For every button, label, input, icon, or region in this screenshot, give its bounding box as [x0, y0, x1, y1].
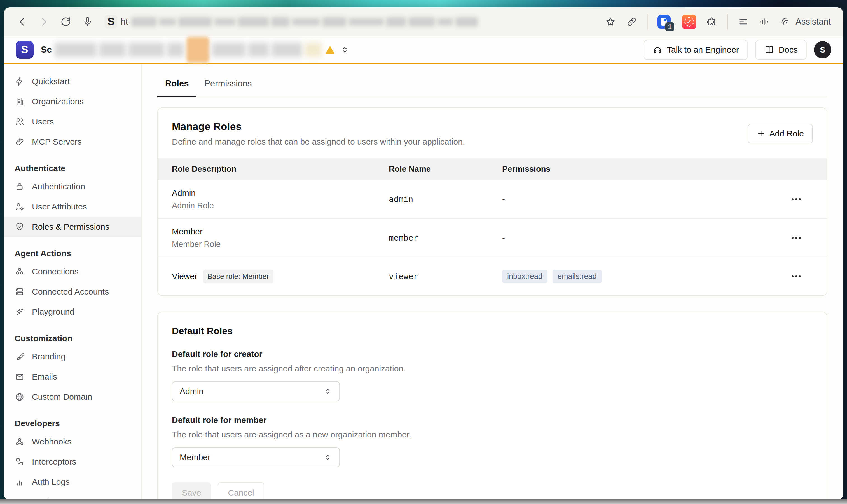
voice-search-button[interactable]	[82, 16, 93, 28]
role-permissions: -	[502, 194, 779, 204]
talk-to-engineer-label: Talk to an Engineer	[667, 45, 739, 55]
sidebar-item-authentication[interactable]: Authentication	[4, 177, 141, 197]
environment-switcher[interactable]: Sc	[41, 37, 350, 62]
reader-menu-button[interactable]	[737, 16, 749, 28]
role-title: Member	[172, 227, 389, 236]
toolbar-divider	[727, 14, 728, 29]
sidebar-item-connected-accounts[interactable]: Connected Accounts	[4, 282, 141, 302]
table-row-admin: Admin Admin Role admin -	[158, 180, 827, 218]
sidebar: Quickstart Organizations Users MCP Serve…	[4, 64, 142, 500]
manage-roles-card: Manage Roles Define and manage roles tha…	[157, 107, 827, 296]
user-gear-icon	[15, 202, 24, 212]
member-role-description: The role that users are assigned as a ne…	[172, 430, 813, 439]
role-name-code: admin	[389, 194, 502, 204]
base-role-badge: Base role: Member	[203, 270, 274, 283]
bookmark-button[interactable]	[605, 16, 616, 28]
sidebar-item-label: Playground	[32, 307, 74, 317]
sidebar-item-label: Roles & Permissions	[32, 222, 109, 232]
sidebar-item-roles-permissions[interactable]: Roles & Permissions	[4, 217, 141, 237]
role-permissions: -	[502, 233, 779, 242]
tab-permissions[interactable]: Permissions	[196, 77, 259, 97]
cancel-button[interactable]: Cancel	[218, 483, 264, 500]
focus-extension-button[interactable]: ✓	[682, 15, 696, 29]
browser-toolbar: S ht 1	[4, 7, 843, 36]
extension-badge: 1	[664, 21, 675, 32]
voice-mode-button[interactable]	[759, 16, 770, 28]
puzzle-icon	[706, 16, 718, 28]
default-roles-title: Default Roles	[172, 326, 813, 337]
sidebar-item-organizations[interactable]: Organizations	[4, 91, 141, 112]
sidebar-item-user-attributes[interactable]: User Attributes	[4, 197, 141, 217]
chevron-updown-icon	[340, 45, 350, 55]
roles-table-header: Role Description Role Name Permissions	[158, 158, 827, 180]
clock-app-icon: ✓	[682, 15, 696, 29]
creator-role-description: The role that users are assigned after c…	[172, 364, 813, 373]
row-menu-button[interactable]	[789, 196, 803, 203]
sidebar-item-label: Users	[32, 117, 54, 126]
waveform-icon	[759, 16, 770, 28]
user-avatar[interactable]: S	[814, 41, 831, 58]
chevron-updown-icon	[324, 387, 332, 395]
book-icon	[764, 45, 774, 55]
assistant-comet-icon	[780, 16, 792, 28]
manage-roles-title: Manage Roles	[172, 121, 465, 132]
sidebar-item-label: User Attributes	[32, 202, 87, 212]
app-logo: S	[16, 41, 34, 59]
sidebar-item-label: Organizations	[32, 97, 84, 106]
cubes-icon	[15, 267, 24, 276]
sidebar-item-branding[interactable]: Branding	[4, 346, 141, 367]
address-bar[interactable]: S ht	[105, 15, 605, 28]
chevron-updown-icon	[324, 453, 332, 462]
reload-icon	[60, 16, 72, 28]
row-menu-button[interactable]	[789, 234, 803, 242]
paperclip-icon	[15, 137, 24, 147]
extensions-button[interactable]	[706, 16, 718, 28]
back-button[interactable]	[16, 16, 28, 28]
star-icon	[605, 16, 616, 28]
password-manager-extension-button[interactable]: 1	[657, 14, 672, 29]
member-role-select[interactable]: Member	[172, 447, 340, 467]
app-header: S Sc Talk to an Engineer Docs S	[4, 36, 843, 64]
sidebar-item-emails[interactable]: Emails	[4, 367, 141, 387]
creator-role-value: Admin	[180, 386, 204, 396]
assistant-button[interactable]: Assistant	[780, 16, 831, 28]
stacked-rows-icon	[15, 287, 24, 297]
forward-button[interactable]	[38, 16, 50, 28]
shield-check-icon	[15, 222, 24, 232]
tab-roles[interactable]: Roles	[157, 77, 196, 97]
org-name: Sc	[41, 44, 52, 55]
sidebar-item-auth-logs[interactable]: Auth Logs	[4, 472, 141, 492]
paintbrush-icon	[15, 352, 24, 362]
interceptor-nodes-icon	[15, 457, 24, 467]
docs-button[interactable]: Docs	[755, 40, 807, 60]
sidebar-section-developers: Developers	[4, 415, 141, 432]
sidebar-item-interceptors[interactable]: Interceptors	[4, 452, 141, 472]
back-icon	[16, 16, 28, 28]
sidebar-item-users[interactable]: Users	[4, 112, 141, 132]
role-subtitle: Member Role	[172, 240, 389, 249]
sidebar-item-label: MCP Servers	[32, 137, 82, 147]
talk-to-engineer-button[interactable]: Talk to an Engineer	[643, 40, 748, 60]
toolbar-divider	[647, 14, 648, 29]
sidebar-item-webhooks[interactable]: Webhooks	[4, 432, 141, 452]
reload-button[interactable]	[60, 16, 72, 28]
webhook-icon	[15, 437, 24, 447]
sidebar-item-mcp-servers[interactable]: MCP Servers	[4, 132, 141, 152]
sidebar-item-label: Settings	[32, 497, 62, 500]
sidebar-item-custom-domain[interactable]: Custom Domain	[4, 387, 141, 407]
forward-icon	[38, 16, 50, 28]
site-favicon: S	[105, 15, 117, 28]
save-button[interactable]: Save	[172, 483, 211, 500]
sidebar-item-label: Auth Logs	[32, 477, 70, 487]
sidebar-item-label: Webhooks	[32, 437, 71, 446]
add-role-button[interactable]: Add Role	[748, 124, 813, 143]
creator-role-select[interactable]: Admin	[172, 381, 340, 401]
sidebar-item-connections[interactable]: Connections	[4, 262, 141, 282]
sidebar-item-settings[interactable]: Settings	[4, 492, 141, 500]
lock-icon	[15, 181, 24, 192]
sidebar-item-playground[interactable]: Playground	[4, 302, 141, 322]
row-menu-button[interactable]	[789, 273, 803, 280]
sidebar-item-quickstart[interactable]: Quickstart	[4, 71, 141, 91]
redacted-org-name	[55, 37, 322, 62]
copy-link-button[interactable]	[626, 16, 638, 28]
